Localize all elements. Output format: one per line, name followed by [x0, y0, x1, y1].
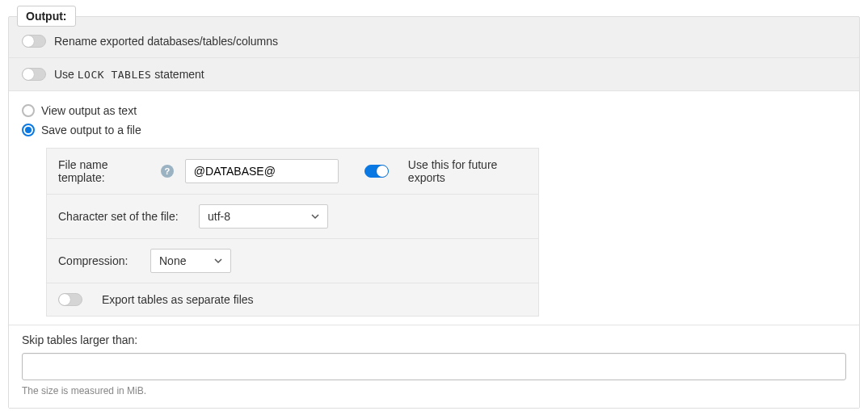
filename-template-input[interactable]	[185, 159, 339, 183]
save-to-file-radio[interactable]	[22, 124, 35, 136]
filename-template-row: File name template: ? Use this for futur…	[47, 149, 538, 195]
separate-files-toggle[interactable]	[58, 293, 82, 306]
file-options-panel: File name template: ? Use this for futur…	[46, 148, 539, 317]
skip-tables-section: Skip tables larger than: The size is mea…	[9, 325, 859, 408]
compression-value: None	[159, 254, 186, 267]
rename-label: Rename exported databases/tables/columns	[54, 35, 278, 48]
lock-tables-row: Use LOCK TABLES statement	[9, 58, 859, 91]
filename-template-label: File name template:	[58, 158, 107, 184]
skip-tables-hint: The size is measured in MiB.	[22, 385, 846, 396]
charset-label: Character set of the file:	[58, 210, 188, 223]
compression-row: Compression: None	[47, 239, 538, 283]
lock-tables-code: LOCK TABLES	[78, 69, 152, 81]
view-as-text-radio[interactable]	[22, 104, 35, 117]
skip-tables-label: Skip tables larger than:	[22, 333, 846, 346]
compression-label: Compression:	[58, 254, 139, 267]
charset-value: utf-8	[208, 210, 230, 223]
view-as-text-option[interactable]: View output as text	[22, 101, 846, 120]
lock-tables-toggle[interactable]	[22, 68, 46, 81]
output-panel: Output: Rename exported databases/tables…	[8, 16, 860, 409]
chevron-down-icon	[311, 212, 319, 220]
output-mode-section: View output as text Save output to a fil…	[9, 91, 859, 325]
panel-legend: Output:	[17, 6, 76, 27]
future-exports-toggle[interactable]	[364, 165, 389, 178]
future-exports-label: Use this for future exports	[408, 158, 527, 184]
view-as-text-label: View output as text	[41, 104, 137, 117]
lock-tables-label: Use LOCK TABLES statement	[54, 68, 204, 81]
chevron-down-icon	[214, 257, 222, 265]
separate-files-row: Export tables as separate files	[47, 283, 538, 316]
save-to-file-option[interactable]: Save output to a file	[22, 120, 846, 140]
separate-files-label: Export tables as separate files	[102, 293, 254, 306]
save-to-file-label: Save output to a file	[41, 124, 141, 136]
compression-select[interactable]: None	[150, 249, 231, 273]
skip-tables-input[interactable]	[22, 353, 846, 380]
rename-row: Rename exported databases/tables/columns	[9, 17, 859, 58]
help-icon[interactable]: ?	[161, 165, 174, 178]
charset-row: Character set of the file: utf-8	[47, 195, 538, 239]
rename-toggle[interactable]	[22, 35, 46, 48]
charset-select[interactable]: utf-8	[199, 204, 328, 229]
